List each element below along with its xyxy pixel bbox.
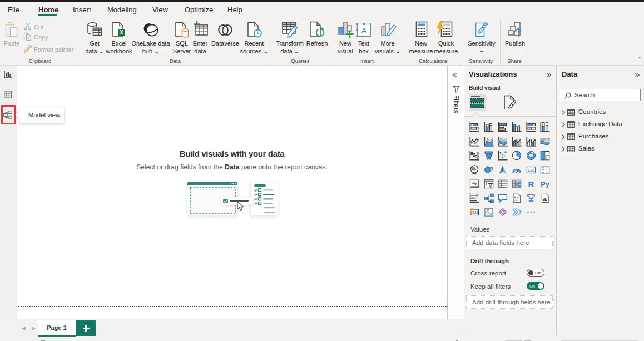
svg-text:X: X <box>120 29 123 36</box>
svg-text:Py: Py <box>541 180 549 188</box>
svg-text:123: 123 <box>528 168 535 173</box>
svg-text:A: A <box>361 26 366 35</box>
svg-text:R: R <box>528 179 534 189</box>
